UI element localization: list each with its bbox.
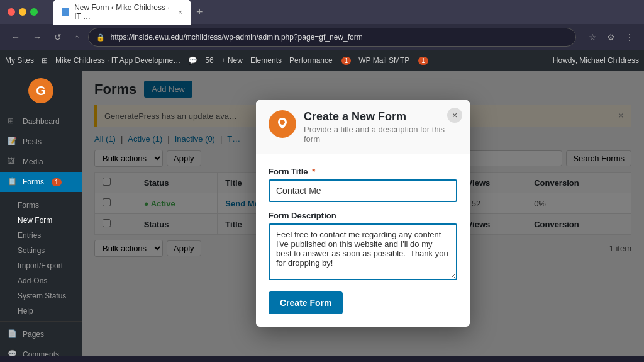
address-url: https://inside.ewu.edu/mchildress/wp-adm… — [110, 33, 362, 42]
dashboard-icon: ⊞ — [8, 116, 18, 127]
form-description-group: Form Description Feel free to contact me… — [269, 211, 457, 283]
tab-title: New Form ‹ Mike Childress · IT … — [74, 3, 173, 21]
posts-icon: 📝 — [8, 137, 18, 147]
browser-nav: ← → ↺ ⌂ 🔒 https://inside.ewu.edu/mchildr… — [0, 24, 644, 50]
tab-favicon — [62, 8, 69, 16]
modal-subtitle: Provide a title and a description for th… — [304, 125, 457, 144]
lock-icon: 🔒 — [96, 33, 105, 42]
sidebar-sub-import-export[interactable]: Import/Export — [0, 258, 82, 273]
sidebar-item-media[interactable]: 🖼 Media — [0, 152, 82, 172]
required-asterisk: * — [312, 167, 315, 176]
sidebar-item-dashboard[interactable]: ⊞ Dashboard — [0, 111, 82, 132]
sidebar-menu: ⊞ Dashboard 📝 Posts 🖼 Media 📋 Forms 1 — [0, 111, 82, 192]
sidebar-item-label: Pages — [23, 330, 44, 339]
tab-close-icon[interactable]: × — [179, 8, 182, 16]
bookmark-icon[interactable]: ☆ — [586, 30, 599, 45]
address-bar[interactable]: 🔒 https://inside.ewu.edu/mchildress/wp-a… — [88, 28, 576, 47]
browser-titlebar: New Form ‹ Mike Childress · IT … × + — [0, 0, 644, 24]
admin-bar-howdy[interactable]: Howdy, Michael Childress — [553, 56, 639, 65]
forms-badge: 1 — [52, 178, 62, 186]
sidebar-item-forms[interactable]: 📋 Forms 1 — [0, 172, 82, 192]
maximize-traffic-light[interactable] — [30, 8, 38, 16]
wp-sidebar: G ⊞ Dashboard 📝 Posts 🖼 Media 📋 Forms 1 … — [0, 71, 82, 356]
modal-header: Create a New Form Provide a title and a … — [256, 100, 470, 154]
extensions-icon[interactable]: ⚙ — [604, 30, 618, 45]
gf-logo-icon: G — [28, 78, 53, 103]
sidebar-item-label: Comments — [23, 350, 59, 356]
create-form-button[interactable]: Create Form — [269, 291, 343, 314]
modal-close-button[interactable]: × — [447, 108, 462, 123]
admin-bar-comments-icon: 💬 — [188, 56, 197, 65]
close-traffic-light[interactable] — [8, 8, 15, 16]
traffic-lights — [8, 8, 38, 16]
wp-main: Forms Add New GeneratePress has an updat… — [82, 71, 644, 356]
wp-admin-bar: My Sites ⊞ Mike Childress · IT App Devel… — [0, 50, 644, 71]
forms-icon: 📋 — [8, 177, 18, 187]
pages-icon: 📄 — [8, 329, 18, 339]
wp-layout: G ⊞ Dashboard 📝 Posts 🖼 Media 📋 Forms 1 … — [0, 71, 644, 356]
minimize-traffic-light[interactable] — [19, 8, 26, 16]
comments-icon: 💬 — [8, 349, 18, 356]
form-title-input[interactable] — [269, 179, 457, 202]
admin-bar-wp-mail-badge: 1 — [418, 57, 428, 65]
home-button[interactable]: ⌂ — [70, 30, 83, 45]
sidebar-item-label: Media — [23, 157, 43, 166]
form-title-group: Form Title * — [269, 167, 457, 202]
sidebar-sub-menu: Forms New Form Entries Settings Import/E… — [0, 195, 82, 319]
sidebar-bottom-section: 📄 Pages 💬 Comments ⊞ TablePress 🎨 Appear… — [0, 321, 82, 356]
sidebar-sub-forms[interactable]: Forms — [0, 198, 82, 213]
form-description-textarea[interactable]: Feel free to contact me regarding any co… — [269, 223, 457, 280]
sidebar-item-pages[interactable]: 📄 Pages — [0, 324, 82, 344]
modal-title: Create a New Form — [304, 110, 457, 123]
sidebar-sub-settings[interactable]: Settings — [0, 243, 82, 258]
sidebar-sub-entries[interactable]: Entries — [0, 228, 82, 243]
admin-bar-wp-mail[interactable]: WP Mail SMTP — [358, 56, 409, 65]
media-icon: 🖼 — [8, 157, 18, 167]
sidebar-item-comments[interactable]: 💬 Comments — [0, 344, 82, 356]
sidebar-sub-add-ons[interactable]: Add-Ons — [0, 273, 82, 288]
sidebar-sub-system-status[interactable]: System Status — [0, 288, 82, 303]
sidebar-item-posts[interactable]: 📝 Posts — [0, 132, 82, 152]
form-description-label: Form Description — [269, 211, 457, 220]
sidebar-item-label: Forms — [23, 178, 44, 186]
forward-button[interactable]: → — [29, 30, 45, 45]
form-title-label: Form Title * — [269, 167, 457, 176]
sidebar-item-label: Posts — [23, 137, 42, 146]
back-button[interactable]: ← — [8, 30, 24, 45]
browser-chrome: New Form ‹ Mike Childress · IT … × + ← →… — [0, 0, 644, 50]
admin-bar-new[interactable]: + New — [221, 56, 243, 65]
modal-overlay: Create a New Form Provide a title and a … — [82, 71, 644, 356]
admin-bar-elements[interactable]: Elements — [250, 56, 282, 65]
modal-gf-icon — [269, 110, 296, 138]
menu-icon[interactable]: ⋮ — [623, 30, 636, 45]
sidebar-sub-help[interactable]: Help — [0, 303, 82, 319]
modal-body: Form Title * Form Description Feel free … — [256, 154, 470, 327]
admin-bar-comment-count[interactable]: 56 — [205, 56, 213, 65]
new-tab-button[interactable]: + — [191, 6, 208, 19]
reload-button[interactable]: ↺ — [50, 30, 65, 45]
admin-bar-site-name[interactable]: Mike Childress · IT App Developme… — [55, 56, 180, 65]
modal-dialog: Create a New Form Provide a title and a … — [256, 100, 470, 327]
admin-bar-performance-badge: 1 — [341, 57, 352, 65]
admin-bar-performance[interactable]: Performance — [289, 56, 333, 65]
tab-bar: New Form ‹ Mike Childress · IT … × + — [53, 0, 636, 25]
sidebar-item-label: Dashboard — [23, 117, 60, 126]
admin-bar-wp-icon: ⊞ — [42, 56, 48, 65]
browser-toolbar-icons: ☆ ⚙ ⋮ — [586, 30, 636, 45]
modal-title-wrap: Create a New Form Provide a title and a … — [304, 110, 457, 144]
sidebar-sub-new-form[interactable]: New Form — [0, 213, 82, 228]
admin-bar-my-sites[interactable]: My Sites — [5, 56, 34, 65]
active-tab[interactable]: New Form ‹ Mike Childress · IT … × — [53, 0, 191, 25]
sidebar-logo: G — [0, 71, 82, 111]
